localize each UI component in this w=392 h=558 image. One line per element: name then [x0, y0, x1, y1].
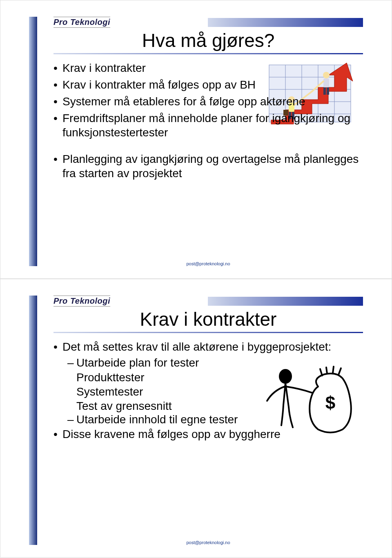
svg-point-20: [280, 370, 291, 383]
sub-bullet-item: Utarbeide innhold til egne tester: [67, 413, 363, 426]
vertical-accent-bar: [29, 17, 37, 266]
title-underline: [53, 332, 363, 333]
sub-bullet-list: Utarbeide plan for tester: [53, 356, 363, 369]
footer-email: post@proteknologi.no: [53, 540, 363, 545]
bullet-item: Disse kravene må følges opp av byggherre: [53, 427, 363, 441]
footer-email: post@proteknologi.no: [53, 261, 363, 266]
slide-1: Pro Teknologi Hva må gjøres?: [0, 0, 392, 279]
slide-title: Hva må gjøres?: [53, 29, 363, 51]
bullet-item: Det må settes krav til alle aktørene i b…: [53, 340, 363, 354]
vertical-accent-bar: [29, 296, 37, 545]
slide-content: $ Det må settes krav til alle aktørene i…: [53, 340, 363, 540]
slide-title: Krav i kontrakter: [53, 308, 363, 330]
slide-content: Krav i kontrakter Krav i kontrakter må f…: [53, 61, 363, 261]
header-accent-bar: [208, 18, 363, 27]
bullet-item: Fremdriftsplaner må inneholde planer for…: [53, 111, 363, 140]
bullet-item: Systemer må etableres for å følge opp ak…: [53, 94, 363, 109]
slide-body: Pro Teknologi Krav i kontrakter $: [53, 296, 363, 545]
svg-text:$: $: [325, 393, 335, 413]
logo-text: Pro Teknologi: [53, 296, 110, 307]
header-accent-bar: [208, 297, 363, 306]
bullet-item: Krav i kontrakter må følges opp av BH: [53, 78, 363, 92]
slide-body: Pro Teknologi Hva må gjøres?: [53, 17, 363, 266]
bullet-list: Krav i kontrakter Krav i kontrakter må f…: [53, 61, 363, 140]
sub-bullet-item: Utarbeide plan for tester: [67, 356, 363, 369]
bullet-item: Planlegging av igangkjøring og overtagel…: [53, 152, 363, 180]
bullet-list: Disse kravene må følges opp av byggherre: [53, 427, 363, 441]
slide-2: Pro Teknologi Krav i kontrakter $: [0, 279, 392, 558]
bullet-list: Det må settes krav til alle aktørene i b…: [53, 340, 363, 354]
logo-text: Pro Teknologi: [53, 17, 110, 28]
sub-bullet-list: Utarbeide innhold til egne tester: [53, 413, 363, 426]
header-row: Pro Teknologi: [53, 17, 363, 28]
title-underline: [53, 53, 363, 54]
header-row: Pro Teknologi: [53, 296, 363, 307]
bullet-item: Krav i kontrakter: [53, 61, 363, 75]
bullet-list-2: Planlegging av igangkjøring og overtagel…: [53, 152, 363, 180]
